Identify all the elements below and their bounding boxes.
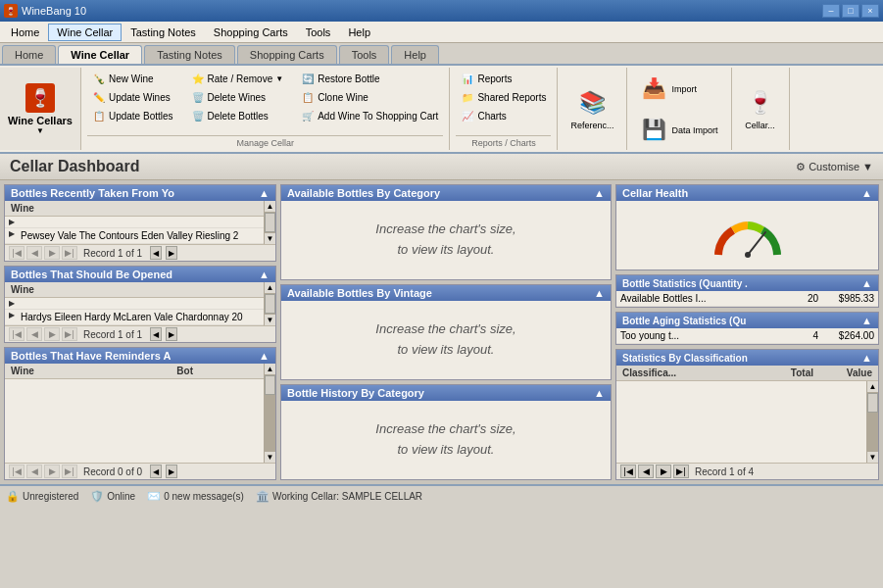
nav-prev-btn[interactable]: ◀ <box>26 246 42 260</box>
ribbon-reference: 📚 Referenc... <box>558 68 627 150</box>
nav-prev-btn-2[interactable]: ◀ <box>26 327 42 341</box>
panel-bottle-statistics-collapse[interactable]: ▲ <box>861 277 872 289</box>
wine-cellars-button[interactable]: 🍷 Wine Cellars ▼ <box>0 68 81 150</box>
ribbon-reports[interactable]: 📊 Reports <box>456 70 551 87</box>
menu-tasting-notes[interactable]: Tasting Notes <box>122 24 205 41</box>
panel-bottle-history-collapse[interactable]: ▲ <box>594 387 605 399</box>
scroll-classification[interactable]: ▲ ▼ <box>866 381 878 463</box>
panel-cellar-health-collapse[interactable]: ▲ <box>861 187 872 199</box>
scroll-up-btn-2[interactable]: ▲ <box>265 282 275 294</box>
nav-scroll-right[interactable]: ▶ <box>166 246 177 260</box>
nav-scroll-right-2[interactable]: ▶ <box>166 327 177 341</box>
nav-first-btn-3[interactable]: |◀ <box>9 465 25 478</box>
tab-tools[interactable]: Tools <box>339 45 390 64</box>
panel-available-by-category-title: Available Bottles By Category <box>287 187 440 199</box>
panel-bottle-aging-statistics-collapse[interactable]: ▲ <box>861 315 872 326</box>
tab-tasting-notes[interactable]: Tasting Notes <box>144 45 235 64</box>
scroll-reminders[interactable]: ▲ ▼ <box>264 364 275 463</box>
scroll-down-btn-2[interactable]: ▼ <box>265 314 275 325</box>
maximize-button[interactable]: □ <box>842 4 859 18</box>
nav-prev-btn-3[interactable]: ◀ <box>26 465 42 478</box>
ribbon-charts[interactable]: 📈 Charts <box>456 107 551 124</box>
ribbon-import-btn[interactable]: 📥 Import <box>633 70 724 107</box>
nav-scroll-left-3[interactable]: ◀ <box>150 465 162 478</box>
scroll-down-classification[interactable]: ▼ <box>867 451 878 463</box>
ribbon-delete-bottles[interactable]: 🗑️ Delete Bottles <box>186 107 289 124</box>
nav-first-btn[interactable]: |◀ <box>9 246 25 260</box>
nav-last-btn-2[interactable]: ▶| <box>62 327 77 341</box>
ribbon-update-bottles[interactable]: 📋 Update Bottles <box>87 107 178 124</box>
unregistered-label: Unregistered <box>23 491 78 502</box>
ribbon-new-wine[interactable]: 🍾 New Wine <box>87 70 178 87</box>
nav-scroll-left[interactable]: ◀ <box>150 246 162 260</box>
nav-next-btn-2[interactable]: ▶ <box>44 327 60 341</box>
ribbon-update-wines[interactable]: ✏️ Update Wines <box>87 88 178 106</box>
menu-shopping-carts[interactable]: Shopping Carts <box>205 24 297 41</box>
nav-first-btn-2[interactable]: |◀ <box>9 327 25 341</box>
scroll-should-be-opened[interactable]: ▲ ▼ <box>264 282 275 325</box>
ribbon-clone-wine[interactable]: 📋 Clone Wine <box>296 88 443 106</box>
panel-bottles-recently-taken-collapse[interactable]: ▲ <box>259 187 270 199</box>
new-wine-icon: 🍾 <box>92 72 106 85</box>
nav-next-btn[interactable]: ▶ <box>44 246 60 260</box>
panel-available-by-vintage-collapse[interactable]: ▲ <box>594 287 605 299</box>
nav-last-btn-3[interactable]: ▶| <box>62 465 77 478</box>
panel-bottle-history: Bottle History By Category ▲ Increase th… <box>280 384 612 480</box>
ribbon-restore-bottle[interactable]: 🔄 Restore Bottle <box>296 70 443 87</box>
ribbon-add-to-cart[interactable]: 🛒 Add Wine To Shopping Cart <box>296 107 443 124</box>
panel-bottles-should-be-opened-collapse[interactable]: ▲ <box>259 269 270 280</box>
panel-available-by-category-collapse[interactable]: ▲ <box>594 187 605 199</box>
tab-home[interactable]: Home <box>2 45 56 64</box>
ribbon-delete-wines[interactable]: 🗑️ Delete Wines <box>186 88 289 106</box>
nav-last-classification[interactable]: ▶| <box>673 465 689 478</box>
panel-bottles-reminders-body: Wine Bot ▲ ▼ |◀ ◀ ▶ ▶| Record 0 of <box>5 364 275 479</box>
tab-shopping-carts[interactable]: Shopping Carts <box>237 45 337 64</box>
menu-tools[interactable]: Tools <box>297 24 340 41</box>
menu-help[interactable]: Help <box>339 24 379 41</box>
nav-scroll-left-2[interactable]: ◀ <box>150 327 162 341</box>
panel-bottle-history-title: Bottle History By Category <box>287 387 424 399</box>
nav-scroll-right-3[interactable]: ▶ <box>166 465 177 478</box>
panel-bottles-reminders-collapse[interactable]: ▲ <box>259 350 270 362</box>
scroll-down-btn[interactable]: ▼ <box>265 232 275 244</box>
ribbon-rate-remove[interactable]: ⭐ Rate / Remove ▼ <box>186 70 289 87</box>
table-row[interactable]: ▶ Hardys Eileen Hardy McLaren Vale Chard… <box>5 310 264 325</box>
nav-next-classification[interactable]: ▶ <box>656 465 671 478</box>
ribbon-reference-btn[interactable]: 📚 Referenc... <box>564 82 620 135</box>
delete-bottles-icon: 🗑️ <box>191 109 205 122</box>
menu-wine-cellar[interactable]: Wine Cellar <box>48 24 122 41</box>
rate-remove-icon: ⭐ <box>191 72 205 85</box>
scroll-up-btn[interactable]: ▲ <box>265 201 275 213</box>
ribbon-cellar-btn[interactable]: 🍷 Cellar... <box>738 82 783 135</box>
classification-columns: Classifica... Total Value <box>616 366 878 381</box>
window-controls[interactable]: – □ × <box>822 4 879 18</box>
nav-prev-classification[interactable]: ◀ <box>638 465 654 478</box>
panel-cellar-health-title: Cellar Health <box>622 187 688 199</box>
nav-text-classification: Record 1 of 4 <box>691 466 758 477</box>
panel-cellar-health-header: Cellar Health ▲ <box>616 185 878 201</box>
tab-wine-cellar[interactable]: Wine Cellar <box>58 45 142 64</box>
menu-home[interactable]: Home <box>2 24 48 41</box>
col-classification: Classifica... <box>620 367 771 379</box>
data-import-icon: 💾 <box>640 116 667 143</box>
status-unregistered: 🔒 Unregistered <box>6 490 78 503</box>
scroll-up-btn-3[interactable]: ▲ <box>265 364 275 375</box>
ribbon-shared-reports[interactable]: 📁 Shared Reports <box>456 88 551 106</box>
table-row[interactable]: ▶ Pewsey Vale The Contours Eden Valley R… <box>5 228 264 244</box>
nav-first-classification[interactable]: |◀ <box>620 465 636 478</box>
nav-bar-reminders: |◀ ◀ ▶ ▶| Record 0 of 0 ◀ ▶ <box>5 463 275 479</box>
customise-button[interactable]: ⚙ Customise ▼ <box>796 161 873 173</box>
scroll-down-btn-3[interactable]: ▼ <box>265 451 275 463</box>
close-button[interactable]: × <box>861 4 879 18</box>
nav-last-btn[interactable]: ▶| <box>62 246 77 260</box>
panel-bottle-statistics-title: Bottle Statistics (Quantity . <box>622 278 748 289</box>
import-icon: 📥 <box>640 74 667 102</box>
scroll-up-classification[interactable]: ▲ <box>867 381 878 393</box>
scroll-bottles-recently-taken[interactable]: ▲ ▼ <box>264 201 275 244</box>
tab-help[interactable]: Help <box>391 45 439 64</box>
panel-statistics-by-classification-collapse[interactable]: ▲ <box>861 352 872 364</box>
manage-cellar-label: Manage Cellar <box>87 135 443 148</box>
nav-next-btn-3[interactable]: ▶ <box>44 465 60 478</box>
ribbon-data-import-btn[interactable]: 💾 Data Import <box>633 111 724 148</box>
minimize-button[interactable]: – <box>822 4 840 18</box>
